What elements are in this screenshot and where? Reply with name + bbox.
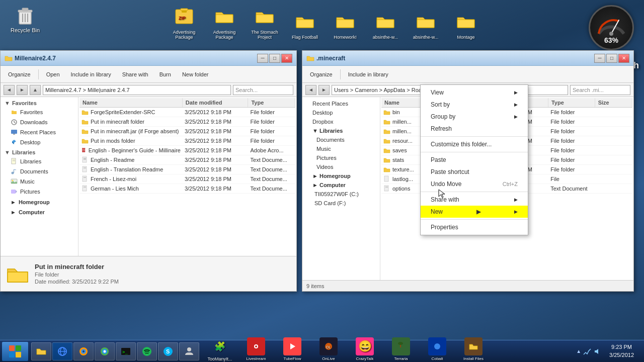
- menu-item-new[interactable]: New ▶: [421, 206, 528, 218]
- nav-downloads[interactable]: Favorites: [1, 107, 78, 117]
- taskbar-explorer[interactable]: [31, 342, 51, 360]
- homework-folder-icon[interactable]: Homework!: [327, 9, 363, 40]
- nav-documents[interactable]: Libraries: [1, 156, 78, 166]
- menu-item-sort-by[interactable]: Sort by: [421, 99, 528, 111]
- taskbar-spotify[interactable]: [137, 342, 157, 360]
- menu-item-paste-shortcut[interactable]: Paste shortcut: [421, 166, 528, 178]
- nav-c-drive-right[interactable]: TII05927W0F (C:): [302, 190, 380, 199]
- taskbar-terraria[interactable]: Terraria: [383, 337, 419, 363]
- file-row-left-7[interactable]: French - Lisez-moi 3/25/2012 9:18 PM Tex…: [79, 174, 295, 184]
- col-type-left[interactable]: Type: [248, 98, 295, 107]
- absinthe2-folder-icon[interactable]: absinthe-w...: [408, 9, 444, 40]
- up-btn-left[interactable]: ▲: [30, 85, 41, 95]
- libraries-header[interactable]: ▼ Libraries: [1, 148, 78, 156]
- maximize-btn-right[interactable]: □: [606, 54, 617, 63]
- close-btn-left[interactable]: ✕: [281, 54, 292, 63]
- start-button[interactable]: [2, 342, 28, 361]
- taskbar-cobalt[interactable]: Cobalt: [420, 337, 455, 363]
- minimize-btn-left[interactable]: ─: [257, 54, 268, 63]
- file-row-left-0[interactable]: ForgeSpriteExtender-SRC 3/25/2012 9:18 P…: [79, 108, 295, 117]
- taskbar-tubeflow[interactable]: TubeFlow: [275, 337, 310, 363]
- close-btn-right[interactable]: ✕: [618, 54, 629, 63]
- minimize-btn-right[interactable]: ─: [594, 54, 605, 63]
- col-type-right[interactable]: Type: [548, 98, 595, 107]
- nav-music[interactable]: Documents: [1, 166, 78, 176]
- nav-pictures[interactable]: Music: [1, 176, 78, 187]
- flag-football-folder-icon[interactable]: Flag Football: [287, 9, 323, 40]
- taskbar-livestream[interactable]: LivestreamProcaster: [238, 337, 274, 363]
- stomach-project-folder-icon[interactable]: The StomachProject: [247, 4, 283, 40]
- nav-homegroup-right[interactable]: ► Homegroup: [302, 171, 380, 180]
- maximize-btn-left[interactable]: □: [269, 54, 280, 63]
- nav-videos-right[interactable]: Videos: [302, 162, 380, 171]
- file-row-left-5[interactable]: English - Readme 3/25/2012 9:18 PM Text …: [79, 155, 295, 165]
- nav-dropbox[interactable]: Desktop: [1, 137, 78, 147]
- open-btn-left[interactable]: Open: [42, 69, 64, 79]
- address-path-left[interactable]: Millenaire2.4.7 > Mille|unaire 2.4.7: [43, 85, 231, 95]
- recycle-bin-icon[interactable]: Recycle Bin: [5, 5, 45, 33]
- taskbar-skype[interactable]: S: [158, 342, 178, 360]
- forward-btn-right[interactable]: ►: [318, 85, 330, 95]
- nav-recent-places[interactable]: Downloads: [1, 117, 78, 127]
- nav-homegroup[interactable]: ► Homegroup: [1, 198, 78, 207]
- file-row-left-4[interactable]: PDFEnglish - Beginner's Guide - Millinai…: [79, 146, 295, 155]
- system-clock[interactable]: 9:23 PM 3/25/2012: [605, 343, 638, 359]
- absinthe1-folder-icon[interactable]: absinthe-w...: [367, 9, 404, 40]
- titlebar-left[interactable]: Millenaire2.4.7 ─ □ ✕: [1, 51, 296, 66]
- taskbar-crazytalk[interactable]: 😄 CrazyTalkCam Sui...: [347, 337, 382, 363]
- file-row-left-3[interactable]: Put in mods folder 3/25/2012 9:18 PM Fil…: [79, 136, 295, 146]
- organize-btn-right[interactable]: Organize: [305, 69, 337, 79]
- menu-item-view[interactable]: View: [421, 86, 528, 99]
- nav-computer-right[interactable]: ► Computer: [302, 180, 380, 190]
- nav-recent-places-right[interactable]: Recent Places: [302, 99, 380, 108]
- file-row-left-8[interactable]: German - Lies Mich 3/25/2012 9:18 PM Tex…: [79, 184, 295, 194]
- taskbar-cmd[interactable]: >_: [116, 342, 136, 360]
- advertising-package-zip-icon[interactable]: ZIP AdvertisingPackage: [166, 4, 202, 40]
- nav-desktop[interactable]: Recent Places: [1, 127, 78, 137]
- menu-item-customize-folder[interactable]: Customize this folder...: [421, 138, 528, 150]
- back-btn-right[interactable]: ◄: [305, 85, 316, 95]
- search-box-left[interactable]: Search...: [233, 85, 293, 95]
- nav-desktop-right[interactable]: Desktop: [302, 108, 380, 117]
- col-name-left[interactable]: Name: [79, 98, 183, 107]
- taskbar-install-files[interactable]: Install Files: [456, 337, 491, 363]
- include-library-btn-left[interactable]: Include in library: [66, 69, 116, 79]
- nav-libraries-right[interactable]: ▼ Libraries: [302, 126, 380, 135]
- titlebar-right[interactable]: .minecraft ─ □ ✕: [302, 51, 633, 66]
- forward-btn-left[interactable]: ►: [17, 85, 28, 95]
- menu-item-paste[interactable]: Paste: [421, 154, 528, 166]
- taskbar-firefox[interactable]: [73, 342, 94, 360]
- nav-documents-right[interactable]: Documents: [302, 135, 380, 144]
- taskbar-user[interactable]: [179, 342, 199, 360]
- taskbar-toomanyit[interactable]: 🧩 TooManyIt...: [202, 337, 237, 363]
- nav-pictures-right[interactable]: Pictures: [302, 153, 380, 162]
- nav-music-right[interactable]: Music: [302, 144, 380, 153]
- organize-btn-left[interactable]: Organize: [4, 69, 35, 79]
- favorites-header[interactable]: ▼ Favorites: [1, 99, 78, 107]
- nav-dropbox-right[interactable]: Dropbox: [302, 117, 380, 126]
- taskbar-ie[interactable]: [52, 342, 72, 360]
- montage-folder-icon[interactable]: Montage: [448, 9, 484, 40]
- file-row-left-2[interactable]: Put in minecraft.jar (if Forge absent) 3…: [79, 127, 295, 136]
- menu-item-properties[interactable]: Properties: [421, 221, 528, 233]
- share-with-btn-left[interactable]: Share with: [118, 69, 153, 79]
- taskbar-chrome[interactable]: [95, 342, 115, 360]
- col-date-left[interactable]: Date modified: [183, 98, 249, 107]
- taskbar-onlive[interactable]: OL OnLiveLauncher: [311, 337, 346, 363]
- advertising-package-folder-icon[interactable]: AdvertisingPackage: [206, 4, 243, 40]
- file-row-left-1[interactable]: Put in minecraft folder 3/25/2012 9:18 P…: [79, 117, 295, 127]
- menu-item-share-with[interactable]: Share with: [421, 194, 528, 206]
- burn-btn-left[interactable]: Burn: [155, 69, 176, 79]
- search-box-right[interactable]: Search .mi...: [570, 85, 630, 95]
- nav-videos[interactable]: Pictures: [1, 187, 78, 197]
- menu-item-group-by[interactable]: Group by: [421, 111, 528, 123]
- col-size-right[interactable]: Size: [595, 98, 632, 107]
- nav-sd-card-right[interactable]: SD Card (F:): [302, 199, 380, 208]
- nav-computer[interactable]: ► Computer: [1, 208, 78, 217]
- include-library-btn-right[interactable]: Include in library: [344, 69, 393, 79]
- menu-item-undo-move[interactable]: Undo Move Ctrl+Z: [421, 178, 528, 190]
- menu-item-refresh[interactable]: Refresh: [421, 123, 528, 135]
- new-folder-btn-left[interactable]: New folder: [178, 69, 213, 79]
- back-btn-left[interactable]: ◄: [4, 85, 15, 95]
- file-row-left-6[interactable]: English - Translation Readme 3/25/2012 9…: [79, 165, 295, 174]
